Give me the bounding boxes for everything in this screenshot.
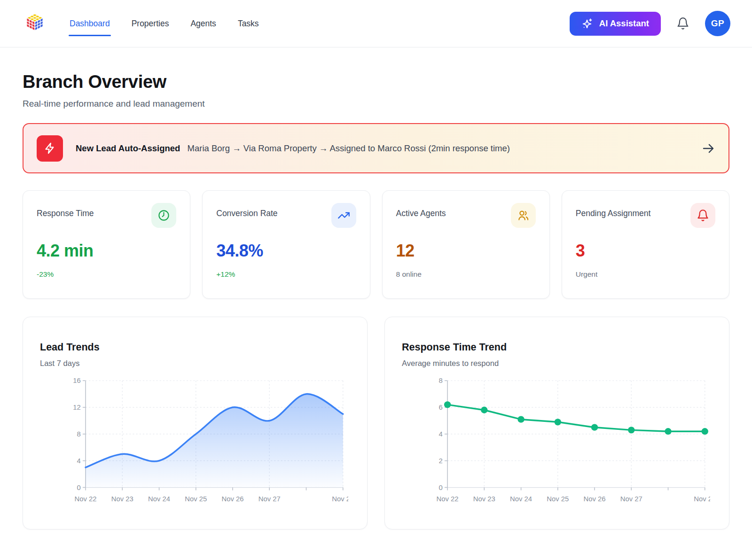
svg-text:Nov 25: Nov 25 xyxy=(185,495,207,503)
user-avatar[interactable]: GP xyxy=(705,11,730,36)
svg-text:Nov 26: Nov 26 xyxy=(222,495,244,503)
svg-text:Nov 25: Nov 25 xyxy=(547,495,569,503)
svg-text:Nov 29: Nov 29 xyxy=(694,495,710,503)
stat-card-response-time: Response Time 4.2 min -23% xyxy=(23,190,190,299)
stat-card-conversion-rate: Conversion Rate 34.8% +12% xyxy=(202,190,370,299)
stat-label: Response Time xyxy=(37,203,94,218)
charts-row: Lead Trends Last 7 days 0481216Nov 22Nov… xyxy=(23,317,729,529)
bell-icon xyxy=(690,203,715,228)
stat-sub: 8 online xyxy=(396,270,536,279)
svg-text:Nov 24: Nov 24 xyxy=(148,495,170,503)
svg-text:Nov 23: Nov 23 xyxy=(473,495,495,503)
dashboard-content: Branch Overview Real-time performance an… xyxy=(0,72,752,529)
stat-value: 34.8% xyxy=(216,241,356,261)
alert-message: Maria Borg → Via Roma Property → Assigne… xyxy=(188,143,510,153)
svg-text:0: 0 xyxy=(77,484,81,491)
page-title: Branch Overview xyxy=(23,72,729,92)
svg-text:12: 12 xyxy=(73,404,81,411)
stat-sub: -23% xyxy=(37,270,176,279)
logo-rubiks-cube-icon[interactable] xyxy=(22,10,48,37)
response-time-line-chart: 02468Nov 22Nov 23Nov 24Nov 25Nov 26Nov 2… xyxy=(426,375,710,503)
nav-item-agents[interactable]: Agents xyxy=(189,16,217,31)
stat-label: Pending Assignment xyxy=(576,203,651,218)
stat-value: 3 xyxy=(576,241,715,261)
svg-text:4: 4 xyxy=(77,457,81,465)
new-lead-alert-banner[interactable]: New Lead Auto-Assigned Maria Borg → Via … xyxy=(23,123,729,173)
svg-text:2: 2 xyxy=(439,457,443,465)
svg-text:Nov 22: Nov 22 xyxy=(437,495,459,503)
svg-text:0: 0 xyxy=(439,484,443,491)
stat-value: 12 xyxy=(396,241,536,261)
svg-text:4: 4 xyxy=(439,430,443,438)
page-subtitle: Real-time performance and lead managemen… xyxy=(23,99,729,109)
ai-assistant-label: AI Assistant xyxy=(599,18,649,29)
svg-text:Nov 29: Nov 29 xyxy=(332,495,348,503)
lightning-bolt-icon xyxy=(37,135,63,162)
users-icon xyxy=(511,203,536,228)
stat-card-active-agents: Active Agents 12 8 online xyxy=(382,190,550,299)
svg-text:Nov 24: Nov 24 xyxy=(510,495,532,503)
main-nav: Dashboard Properties Agents Tasks xyxy=(69,0,260,47)
lead-trends-area-chart: 0481216Nov 22Nov 23Nov 24Nov 25Nov 26Nov… xyxy=(64,375,348,503)
lead-trends-card: Lead Trends Last 7 days 0481216Nov 22Nov… xyxy=(23,317,368,529)
stat-sub: +12% xyxy=(216,270,356,279)
notification-bell-icon[interactable] xyxy=(675,16,690,31)
stat-label: Conversion Rate xyxy=(216,203,277,218)
stat-sub: Urgent xyxy=(576,270,715,279)
svg-text:Nov 27: Nov 27 xyxy=(258,495,281,503)
alert-text: New Lead Auto-Assigned Maria Borg → Via … xyxy=(76,143,510,154)
top-nav-bar: Dashboard Properties Agents Tasks AI Ass… xyxy=(0,0,752,47)
nav-item-tasks[interactable]: Tasks xyxy=(237,16,260,31)
stat-cards-row: Response Time 4.2 min -23% Conversion Ra… xyxy=(23,190,729,299)
svg-text:8: 8 xyxy=(439,377,443,384)
nav-item-properties[interactable]: Properties xyxy=(131,16,170,31)
svg-text:16: 16 xyxy=(73,377,81,384)
alert-title: New Lead Auto-Assigned xyxy=(76,143,180,153)
chart-title: Lead Trends xyxy=(40,342,350,353)
clock-icon xyxy=(151,203,176,228)
ai-assistant-button[interactable]: AI Assistant xyxy=(570,12,661,36)
svg-text:8: 8 xyxy=(77,430,81,438)
nav-item-dashboard[interactable]: Dashboard xyxy=(69,16,111,31)
svg-text:Nov 22: Nov 22 xyxy=(75,495,97,503)
chart-subtitle: Average minutes to respond xyxy=(402,359,712,368)
stat-value: 4.2 min xyxy=(37,241,176,261)
chart-subtitle: Last 7 days xyxy=(40,359,350,368)
trending-up-icon xyxy=(331,203,356,228)
arrow-right-icon[interactable] xyxy=(701,141,715,156)
svg-text:Nov 26: Nov 26 xyxy=(584,495,606,503)
sparkles-icon xyxy=(581,18,593,30)
response-time-trend-card: Response Time Trend Average minutes to r… xyxy=(384,317,729,529)
svg-text:6: 6 xyxy=(439,404,443,411)
stat-label: Active Agents xyxy=(396,203,446,218)
svg-text:Nov 27: Nov 27 xyxy=(620,495,642,503)
stat-card-pending-assignment: Pending Assignment 3 Urgent xyxy=(562,190,729,299)
chart-title: Response Time Trend xyxy=(402,342,712,353)
svg-text:Nov 23: Nov 23 xyxy=(111,495,133,503)
